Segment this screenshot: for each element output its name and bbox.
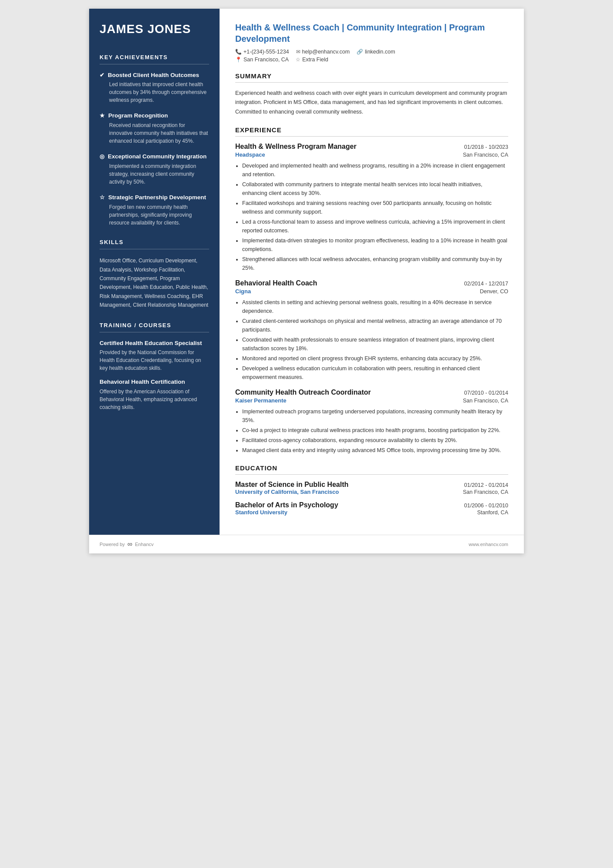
edu-1-school: University of California, San Francisco: [235, 489, 339, 495]
circle-icon: ◎: [100, 153, 104, 161]
achievement-1-desc: Led initiatives that improved client hea…: [100, 80, 209, 104]
summary-section-title: SUMMARY: [235, 72, 508, 80]
job-3-header: Community Health Outreach Coordinator 07…: [235, 389, 508, 396]
training-2-title: Behavioral Health Certification: [100, 378, 209, 386]
achievements-divider: [100, 64, 209, 64]
job-1-header: Health & Wellness Program Manager 01/201…: [235, 143, 508, 151]
job-1-bullet-1: Developed and implemented health and wel…: [242, 161, 508, 179]
linkedin-icon: 🔗: [356, 49, 363, 55]
job-2-bullets: Assisted clients in setting and achievin…: [235, 298, 508, 382]
edu-1: Master of Science in Public Health 01/20…: [235, 481, 508, 495]
sidebar: JAMES JONES KEY ACHIEVEMENTS ✔ Boosted C…: [89, 9, 220, 535]
education-divider: [235, 474, 508, 475]
training-1-title: Certified Health Education Specialist: [100, 339, 209, 347]
job-2-bullet-4: Monitored and reported on client progres…: [242, 354, 508, 363]
enhancv-logo-icon: ∞: [127, 540, 132, 548]
resume-wrapper: JAMES JONES KEY ACHIEVEMENTS ✔ Boosted C…: [89, 9, 524, 553]
contact-extra: ☆ Extra Field: [296, 57, 328, 63]
edu-2-school-row: Stanford University Stanford, CA: [235, 509, 508, 516]
job-1-bullet-6: Strengthened alliances with local wellne…: [242, 255, 508, 272]
job-1-bullet-2: Collaborated with community partners to …: [242, 180, 508, 198]
job-2-title: Behavioral Health Coach: [235, 279, 317, 287]
achievement-4-title: ☆ Strategic Partnership Development: [100, 194, 209, 201]
achievement-3-desc: Implemented a community integration stra…: [100, 162, 209, 186]
job-3-bullet-3: Facilitated cross-agency collaborations,…: [242, 436, 508, 445]
achievement-4-desc: Forged ten new community health partners…: [100, 203, 209, 227]
achievement-1: ✔ Boosted Client Health Outcomes Led ini…: [100, 71, 209, 104]
job-2-bullet-3: Coordinated with health professionals to…: [242, 335, 508, 353]
location-icon: 📍: [235, 57, 242, 63]
job-2-header: Behavioral Health Coach 02/2014 - 12/201…: [235, 279, 508, 287]
training-1: Certified Health Education Specialist Pr…: [100, 339, 209, 372]
job-3-bullet-4: Managed client data entry and integrity …: [242, 446, 508, 455]
job-1-bullet-3: Facilitated workshops and training sessi…: [242, 199, 508, 216]
edu-1-location: San Francisco, CA: [463, 489, 508, 495]
job-1-bullet-5: Implemented data-driven strategies to mo…: [242, 236, 508, 254]
job-3-company-row: Kaiser Permanente San Francisco, CA: [235, 397, 508, 404]
training-divider: [100, 332, 209, 332]
edu-2-school: Stanford University: [235, 509, 287, 516]
job-2-bullet-2: Curated client-centered workshops on phy…: [242, 317, 508, 334]
job-1-bullets: Developed and implemented health and wel…: [235, 161, 508, 272]
achievement-4: ☆ Strategic Partnership Development Forg…: [100, 194, 209, 227]
edu-1-degree: Master of Science in Public Health: [235, 481, 349, 489]
skills-title: SKILLS: [100, 239, 209, 245]
job-2-company: Cigna: [235, 288, 251, 295]
contact-email: ✉ help@enhancv.com: [296, 49, 350, 55]
job-1-dates: 01/2018 - 10/2023: [464, 144, 508, 150]
training-2: Behavioral Health Certification Offered …: [100, 378, 209, 411]
achievement-2: ★ Program Recognition Received national …: [100, 112, 209, 145]
job-2-location: Denver, CO: [480, 288, 508, 295]
contact-location: 📍 San Francisco, CA: [235, 57, 289, 63]
candidate-name: JAMES JONES: [100, 22, 209, 37]
contact-linkedin: 🔗 linkedin.com: [356, 49, 395, 55]
footer: Powered by ∞ Enhancv www.enhancv.com: [89, 535, 524, 553]
edu-1-header: Master of Science in Public Health 01/20…: [235, 481, 508, 489]
job-3-location: San Francisco, CA: [463, 398, 508, 404]
job-2-company-row: Cigna Denver, CO: [235, 288, 508, 295]
achievement-3-title: ◎ Exceptional Community Integration: [100, 153, 209, 161]
achievement-2-title: ★ Program Recognition: [100, 112, 209, 120]
education-section-title: EDUCATION: [235, 464, 508, 472]
contact-row-1: 📞 +1-(234)-555-1234 ✉ help@enhancv.com 🔗…: [235, 49, 508, 55]
job-2-bullet-1: Assisted clients in setting and achievin…: [242, 298, 508, 315]
phone-icon: 📞: [235, 49, 242, 55]
job-3-bullet-2: Co-led a project to integrate cultural w…: [242, 426, 508, 435]
job-3-bullets: Implemented outreach programs targeting …: [235, 407, 508, 455]
extra-icon: ☆: [296, 57, 300, 63]
star-outline-icon: ☆: [100, 194, 105, 201]
main-title: Health & Wellness Coach | Community Inte…: [235, 22, 508, 44]
job-1-bullet-4: Led a cross-functional team to assess an…: [242, 218, 508, 235]
summary-text: Experienced health and wellness coach wi…: [235, 89, 508, 117]
main-content: Health & Wellness Coach | Community Inte…: [220, 9, 524, 535]
footer-logo: Powered by ∞ Enhancv: [100, 540, 153, 548]
job-3-title: Community Health Outreach Coordinator: [235, 389, 371, 396]
job-1: Health & Wellness Program Manager 01/201…: [235, 143, 508, 272]
experience-section-title: EXPERIENCE: [235, 126, 508, 134]
edu-2-dates: 01/2006 - 01/2010: [464, 503, 508, 509]
job-2-dates: 02/2014 - 12/2017: [464, 281, 508, 287]
skills-text: Microsoft Office, Curriculum Development…: [100, 256, 209, 309]
achievement-1-title: ✔ Boosted Client Health Outcomes: [100, 71, 209, 79]
skills-divider: [100, 249, 209, 249]
achievement-2-desc: Received national recognition for innova…: [100, 121, 209, 145]
job-1-company-row: Headspace San Francisco, CA: [235, 151, 508, 158]
job-1-location: San Francisco, CA: [463, 152, 508, 158]
edu-2-header: Bachelor of Arts in Psychology 01/2006 -…: [235, 501, 508, 509]
summary-divider: [235, 82, 508, 83]
email-icon: ✉: [296, 49, 300, 55]
footer-website: www.enhancv.com: [469, 542, 508, 547]
edu-2-degree: Bachelor of Arts in Psychology: [235, 501, 338, 509]
powered-by-label: Powered by: [100, 542, 125, 547]
brand-name: Enhancv: [135, 542, 154, 547]
job-3-bullet-1: Implemented outreach programs targeting …: [242, 407, 508, 425]
job-1-company: Headspace: [235, 151, 265, 158]
job-2-bullet-5: Developed a wellness education curriculu…: [242, 364, 508, 382]
resume-body: JAMES JONES KEY ACHIEVEMENTS ✔ Boosted C…: [89, 9, 524, 535]
main-header: Health & Wellness Coach | Community Inte…: [235, 22, 508, 63]
edu-1-school-row: University of California, San Francisco …: [235, 489, 508, 495]
job-2: Behavioral Health Coach 02/2014 - 12/201…: [235, 279, 508, 382]
achievement-3: ◎ Exceptional Community Integration Impl…: [100, 153, 209, 186]
contact-phone: 📞 +1-(234)-555-1234: [235, 49, 289, 55]
star-icon: ★: [100, 112, 105, 120]
